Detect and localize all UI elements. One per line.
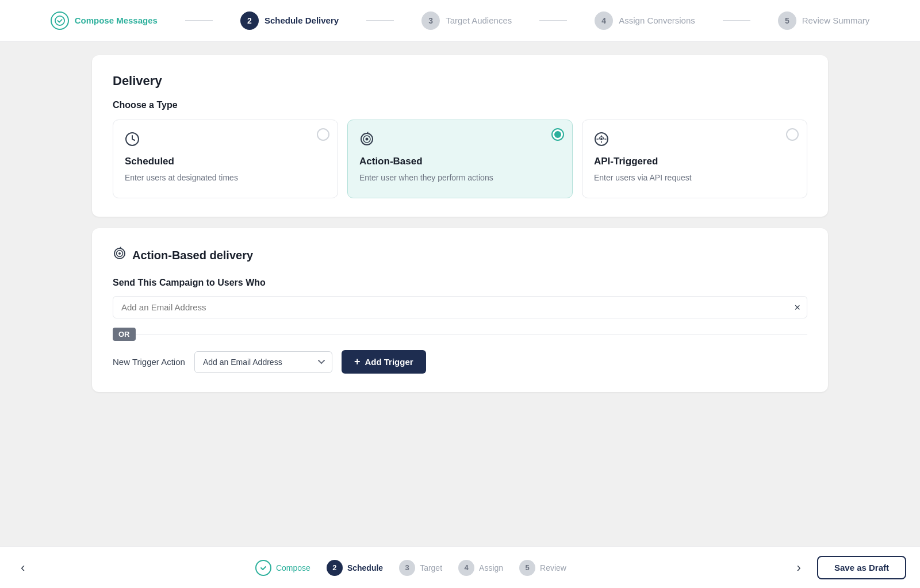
step-assign[interactable]: 4 Assign Conversions [595,11,695,30]
step-divider-4 [723,20,750,21]
action-based-icon [359,132,561,150]
or-badge: OR [113,328,136,341]
svg-point-10 [118,252,121,255]
scheduled-name: Scheduled [125,156,326,167]
step-3-circle: 3 [421,11,440,30]
step-divider-3 [539,20,567,21]
radio-scheduled[interactable] [317,128,329,141]
next-button[interactable]: › [790,556,808,580]
bottom-step-review[interactable]: 5 Review [519,560,566,576]
choose-type-label: Choose a Type [113,100,807,110]
email-input-row: × [113,296,807,318]
step-review[interactable]: 5 Review Summary [778,11,870,30]
or-line [113,335,807,335]
step-4-label: Assign Conversions [619,16,695,25]
scheduled-desc: Enter users at designated times [125,172,326,184]
bottom-step-target[interactable]: 3 Target [399,560,442,576]
step-1-label: Compose Messages [75,16,158,25]
or-connector: OR [113,328,807,341]
save-draft-button[interactable]: Save as Draft [817,556,906,579]
step-2-label: Schedule Delivery [264,16,339,25]
step-1-circle [51,11,69,30]
type-scheduled[interactable]: Scheduled Enter users at designated time… [113,120,338,198]
add-trigger-button[interactable]: + Add Trigger [342,350,426,374]
main-content: Delivery Choose a Type Scheduled Enter u… [0,41,920,547]
action-based-name: Action-Based [359,156,561,167]
type-api-triggered[interactable]: API-Triggered Enter users via API reques… [582,120,807,198]
delivery-types: Scheduled Enter users at designated time… [113,120,807,198]
action-based-card-icon [113,247,126,264]
bottom-step-compose[interactable]: Compose [255,560,310,576]
svg-point-4 [366,138,369,141]
svg-point-7 [600,138,603,140]
api-triggered-desc: Enter users via API request [594,172,795,184]
api-triggered-icon [594,132,795,150]
delivery-title: Delivery [113,74,807,89]
bottom-label-2: Schedule [347,563,383,572]
bottom-label-3: Target [420,563,442,572]
svg-point-0 [55,16,64,25]
bottom-circle-4: 4 [458,560,474,576]
new-trigger-label: New Trigger Action [113,357,185,367]
bottom-label-1: Compose [276,563,310,572]
plus-icon: + [354,356,361,368]
top-stepper: Compose Messages 2 Schedule Delivery 3 T… [0,0,920,41]
step-target[interactable]: 3 Target Audiences [421,11,512,30]
bottom-circle-3: 3 [399,560,415,576]
action-based-card-title: Action-Based delivery [113,247,807,264]
remove-email-button[interactable]: × [794,301,800,313]
bottom-step-assign[interactable]: 4 Assign [458,560,503,576]
type-action-based[interactable]: Action-Based Enter user when they perfor… [347,120,573,198]
bottom-label-4: Assign [479,563,503,572]
step-4-circle: 4 [595,11,613,30]
action-based-desc: Enter user when they perform actions [359,172,561,184]
trigger-row: New Trigger Action Add an Email Address … [113,350,807,374]
bottom-circle-1 [255,560,271,576]
step-schedule[interactable]: 2 Schedule Delivery [240,11,339,30]
action-based-card: Action-Based delivery Send This Campaign… [92,228,828,392]
bottom-stepper: Compose 2 Schedule 3 Target 4 Assign 5 R… [255,560,566,576]
api-triggered-name: API-Triggered [594,156,795,167]
step-compose[interactable]: Compose Messages [51,11,158,30]
step-3-label: Target Audiences [446,16,512,25]
bottom-label-5: Review [540,563,566,572]
send-campaign-label: Send This Campaign to Users Who [113,278,807,288]
bottom-circle-2: 2 [327,560,343,576]
step-5-circle: 5 [778,11,796,30]
delivery-card: Delivery Choose a Type Scheduled Enter u… [92,55,828,217]
scheduled-icon [125,132,326,150]
add-trigger-label: Add Trigger [365,357,413,367]
radio-action-based[interactable] [551,128,564,141]
step-2-circle: 2 [240,11,259,30]
step-divider-1 [185,20,213,21]
radio-api-triggered[interactable] [786,128,799,141]
bottom-step-schedule[interactable]: 2 Schedule [327,560,383,576]
prev-button[interactable]: ‹ [14,556,32,580]
step-divider-2 [366,20,394,21]
email-address-input[interactable] [113,296,807,318]
bottom-bar: ‹ Compose 2 Schedule 3 Target 4 Assign 5… [0,547,920,588]
bottom-circle-5: 5 [519,560,535,576]
trigger-select[interactable]: Add an Email Address [194,351,332,373]
step-5-label: Review Summary [802,16,870,25]
